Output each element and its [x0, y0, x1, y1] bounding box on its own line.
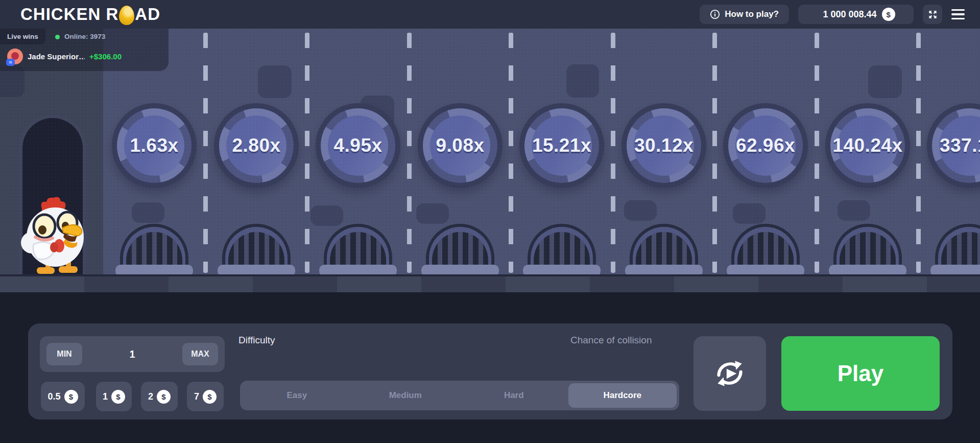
autoplay-loop-icon: [711, 355, 748, 392]
dollar-coin-icon: $: [882, 8, 895, 21]
multiplier-value: 140.24x: [832, 135, 902, 156]
autoplay-button[interactable]: [694, 336, 766, 411]
multiplier-value: 4.95x: [333, 135, 382, 156]
road-patch: [624, 200, 657, 221]
balance-value: 1 000 008.44: [823, 9, 876, 20]
multiplier-value: 1.63x: [130, 135, 178, 156]
chip-2-button[interactable]: 2 $: [141, 382, 178, 411]
app-logo: CHICKEN RAD: [20, 5, 160, 24]
multiplier-value: 15.21x: [532, 135, 591, 156]
lane-divider: [203, 33, 208, 273]
multiplier-tile: 15.21x: [519, 103, 604, 188]
difficulty-hardcore-tab[interactable]: Hardcore: [568, 383, 677, 408]
header-bar: CHICKEN RAD How to play? 1 000 008.44 $: [0, 0, 980, 29]
how-to-play-label: How to play?: [725, 9, 779, 19]
multiplier-tile: 2.80x: [214, 103, 299, 188]
road-patch: [733, 203, 766, 224]
bet-max-button[interactable]: MAX: [182, 343, 218, 365]
multiplier-tile: 140.24x: [825, 103, 910, 188]
road-patch: [566, 64, 599, 98]
bet-amount-box: MIN 1 MAX: [40, 336, 225, 372]
chip-0.5-button[interactable]: 0.5 $: [41, 382, 85, 411]
difficulty-label: Difficulty: [238, 335, 275, 346]
online-dot-icon: [55, 35, 60, 39]
player-avatar: ≋: [7, 49, 23, 64]
lane-divider: [305, 33, 309, 273]
player-name: Jade Superior…: [28, 52, 85, 61]
lane-divider: [916, 33, 921, 273]
difficulty-tabs: Easy Medium Hard Hardcore: [240, 381, 679, 410]
online-count: Online: 3973: [64, 29, 105, 44]
lane-divider: [611, 33, 615, 273]
multiplier-tile: 1.63x: [112, 103, 197, 188]
multiplier-value: 2.80x: [232, 135, 280, 156]
multiplier-value: 62.96x: [736, 135, 795, 156]
dollar-coin-icon: $: [64, 390, 78, 404]
logo-text-right: AD: [135, 5, 160, 24]
chip-label: 2: [148, 391, 153, 402]
game-area: 1.63x 2.80x 4.95x 9.08x 15.21x 30.12x 62…: [0, 29, 980, 276]
balance-display: 1 000 008.44 $: [798, 5, 914, 24]
menu-button[interactable]: [951, 5, 967, 24]
multiplier-value: 9.08x: [436, 135, 484, 156]
win-amount: +$306.00: [89, 52, 122, 61]
lane-divider: [509, 33, 513, 273]
fullscreen-button[interactable]: [923, 5, 942, 24]
live-win-entry: ≋ Jade Superior… +$306.00: [7, 48, 122, 64]
road-patch: [838, 200, 870, 221]
chicken-road-app: CHICKEN RAD How to play? 1 000 008.44 $: [0, 0, 980, 443]
dollar-coin-icon: $: [203, 390, 217, 404]
live-wins-label: Live wins: [0, 29, 45, 44]
multiplier-value: 337.1x: [940, 135, 980, 156]
fullscreen-expand-icon: [927, 9, 938, 20]
road-patch: [132, 202, 164, 223]
road-patch: [310, 205, 343, 226]
road-patch: [868, 65, 902, 98]
info-icon: [710, 9, 720, 19]
lane-divider: [712, 33, 717, 273]
road-patch: [258, 65, 292, 98]
control-panel: MIN 1 MAX 0.5 $ 1 $ 2 $ 7 $ Difficulty C…: [28, 323, 952, 419]
difficulty-easy-tab[interactable]: Easy: [243, 383, 351, 408]
difficulty-medium-tab[interactable]: Medium: [351, 383, 460, 408]
multiplier-value: 30.12x: [634, 135, 694, 156]
lane-divider: [815, 33, 819, 273]
chip-label: 7: [194, 391, 199, 402]
multiplier-tile: 337.1x: [927, 103, 980, 188]
chicken-character: [18, 194, 99, 276]
golden-egg-icon: [119, 6, 134, 25]
sidewalk-strip: [0, 276, 980, 292]
multiplier-tile: 9.08x: [418, 103, 503, 188]
logo-text-left: CHICKEN R: [20, 5, 118, 24]
chip-label: 0.5: [47, 391, 60, 402]
chip-7-button[interactable]: 7 $: [187, 382, 224, 411]
difficulty-hard-tab[interactable]: Hard: [460, 383, 568, 408]
chip-label: 1: [103, 391, 108, 402]
multiplier-tile: 62.96x: [723, 103, 808, 188]
lane-divider: [407, 33, 412, 273]
chip-1-button[interactable]: 1 $: [96, 382, 132, 411]
dollar-coin-icon: $: [157, 390, 171, 404]
multiplier-tile: 30.12x: [622, 103, 706, 188]
how-to-play-button[interactable]: How to play?: [700, 5, 789, 24]
header-actions: How to play? 1 000 008.44 $: [700, 5, 967, 24]
multiplier-tile: 4.95x: [316, 103, 400, 188]
dollar-coin-icon: $: [111, 390, 125, 404]
avatar-badge-icon: ≋: [6, 59, 15, 66]
road-patch: [416, 203, 449, 224]
play-button[interactable]: Play: [781, 336, 940, 411]
chance-of-collision-label: Chance of collision: [570, 335, 652, 346]
